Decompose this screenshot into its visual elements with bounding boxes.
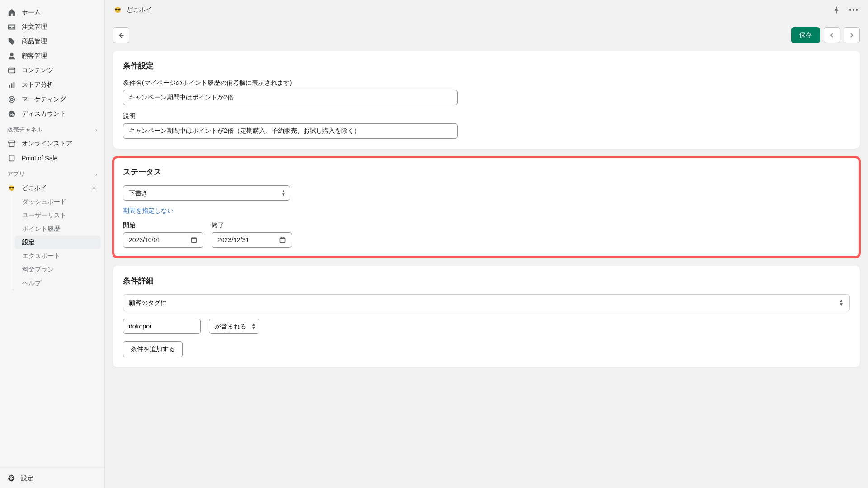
home-icon	[7, 8, 16, 17]
target-icon	[7, 95, 16, 104]
svg-point-0	[10, 53, 13, 56]
condition-desc-label: 説明	[123, 113, 850, 121]
sidebar-label: ストア分析	[22, 81, 53, 89]
back-button[interactable]	[113, 27, 129, 43]
inbox-icon	[7, 23, 16, 32]
sidebar-label: ホーム	[22, 9, 41, 17]
svg-text:%: %	[10, 112, 14, 117]
svg-rect-16	[280, 238, 285, 239]
card-title: 条件設定	[123, 61, 850, 71]
settings-label: 設定	[21, 474, 33, 483]
sidebar-label: コンテンツ	[22, 66, 53, 75]
sidebar-subitem-dashboard[interactable]: ダッシュボード	[13, 195, 104, 209]
end-date-input[interactable]: 2023/12/31	[212, 232, 292, 248]
no-period-link[interactable]: 期間を指定しない	[123, 207, 174, 215]
status-select[interactable]: 下書き	[123, 185, 290, 201]
sidebar-subitem-plans[interactable]: 料金プラン	[13, 263, 104, 277]
sidebar-item-online-store[interactable]: オンラインストア	[0, 136, 104, 151]
svg-point-11	[853, 9, 854, 11]
sidebar-section-channels[interactable]: 販売チャネル ›	[0, 121, 104, 136]
add-condition-button[interactable]: 条件を追加する	[123, 341, 183, 357]
sidebar-item-analytics[interactable]: ストア分析	[0, 78, 104, 92]
tag-input[interactable]	[123, 319, 201, 334]
sidebar-item-home[interactable]: ホーム	[0, 5, 104, 20]
app-badge-icon: 😎	[113, 5, 122, 14]
toolbar: 保存	[113, 20, 860, 51]
sidebar-label: マーケティング	[22, 95, 66, 103]
gear-icon	[7, 474, 15, 483]
condition-name-input[interactable]	[123, 90, 458, 105]
sidebar-item-settings[interactable]: 設定	[7, 474, 97, 483]
prev-button[interactable]	[824, 27, 840, 43]
sidebar-section-apps[interactable]: アプリ ›	[0, 165, 104, 181]
contains-select[interactable]: が含まれる	[209, 319, 259, 334]
svg-point-12	[856, 9, 858, 11]
topbar-title: どこポイ	[127, 6, 152, 14]
calendar-icon	[190, 236, 198, 244]
user-icon	[7, 52, 16, 61]
main-content: 😎 どこポイ 保存 条件設定 条件名(マイページのポイント履歴の備考欄に表示され…	[105, 0, 868, 488]
start-date-input[interactable]: 2023/10/01	[123, 232, 203, 248]
section-label: 販売チャネル	[7, 126, 42, 134]
sidebar-label: オンラインストア	[22, 140, 72, 148]
section-label: アプリ	[7, 170, 25, 178]
target-select[interactable]: 顧客のタグに	[123, 294, 850, 311]
save-button[interactable]: 保存	[791, 27, 820, 43]
svg-rect-9	[9, 155, 14, 161]
topbar: 😎 どこポイ	[105, 0, 868, 20]
sidebar-subitem-help[interactable]: ヘルプ	[13, 277, 104, 290]
sidebar-label: 顧客管理	[22, 52, 47, 60]
end-date-value: 2023/12/31	[217, 236, 249, 244]
sidebar-app-dokopoi[interactable]: 😎 どこポイ	[0, 181, 104, 195]
sidebar-item-products[interactable]: 商品管理	[0, 34, 104, 49]
svg-point-10	[849, 9, 851, 11]
sidebar-subitem-points[interactable]: ポイント履歴	[13, 222, 104, 236]
app-label: どこポイ	[22, 184, 47, 192]
content-icon	[7, 66, 16, 75]
next-button[interactable]	[844, 27, 860, 43]
card-title: ステータス	[123, 167, 850, 177]
pos-icon	[7, 154, 16, 163]
card-title: 条件詳細	[123, 276, 850, 286]
card-detail: 条件詳細 顧客のタグに ▲▼ が含まれる ▲▼ 条件を	[113, 266, 860, 367]
more-icon[interactable]	[847, 4, 860, 16]
condition-desc-input[interactable]	[123, 123, 458, 139]
svg-rect-2	[9, 85, 10, 88]
chevron-right-icon: ›	[95, 171, 97, 178]
sidebar-subitem-export[interactable]: エクスポート	[13, 249, 104, 263]
tag-icon	[7, 37, 16, 46]
condition-name-label: 条件名(マイページのポイント履歴の備考欄に表示されます)	[123, 79, 850, 87]
start-date-label: 開始	[123, 221, 203, 230]
sidebar: ホーム 注文管理 商品管理 顧客管理 コンテンツ ストア分析	[0, 0, 105, 488]
app-icon: 😎	[7, 183, 16, 192]
sidebar-subitem-settings[interactable]: 設定	[15, 236, 101, 249]
store-icon	[7, 139, 16, 148]
card-status: ステータス 下書き ▲▼ 期間を指定しない 開始 2023/10/01	[113, 157, 860, 258]
sidebar-item-discounts[interactable]: % ディスカウント	[0, 107, 104, 121]
svg-point-5	[9, 97, 15, 103]
sidebar-label: ディスカウント	[22, 110, 66, 118]
pin-icon[interactable]	[91, 185, 97, 191]
sidebar-item-orders[interactable]: 注文管理	[0, 20, 104, 34]
start-date-value: 2023/10/01	[129, 236, 160, 244]
chart-icon	[7, 80, 16, 89]
svg-rect-3	[11, 83, 13, 88]
svg-point-6	[10, 98, 13, 100]
pin-icon[interactable]	[830, 4, 843, 16]
card-condition-settings: 条件設定 条件名(マイページのポイント履歴の備考欄に表示されます) 説明	[113, 51, 860, 149]
sidebar-item-marketing[interactable]: マーケティング	[0, 92, 104, 107]
svg-rect-1	[9, 68, 15, 73]
svg-rect-4	[14, 82, 15, 88]
discount-icon: %	[7, 109, 16, 118]
chevron-right-icon: ›	[95, 127, 97, 133]
sidebar-label: Point of Sale	[22, 155, 57, 162]
end-date-label: 終了	[212, 221, 292, 230]
sidebar-subitem-userlist[interactable]: ユーザーリスト	[13, 209, 104, 222]
svg-rect-14	[191, 238, 196, 239]
calendar-icon	[279, 236, 286, 244]
sidebar-item-customers[interactable]: 顧客管理	[0, 49, 104, 63]
sidebar-label: 注文管理	[22, 23, 47, 31]
sidebar-label: 商品管理	[22, 38, 47, 46]
sidebar-item-content[interactable]: コンテンツ	[0, 63, 104, 78]
sidebar-item-pos[interactable]: Point of Sale	[0, 151, 104, 165]
